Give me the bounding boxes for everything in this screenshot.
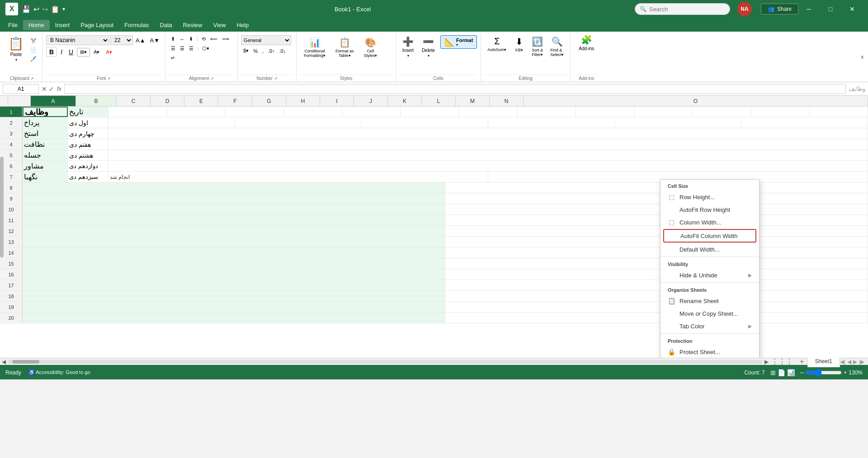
cell-rest-18[interactable] (445, 291, 868, 301)
close-button[interactable]: ✕ (842, 2, 863, 16)
scrollbar-thumb[interactable] (12, 360, 39, 364)
cell-I1[interactable] (459, 107, 517, 117)
cell-A14[interactable] (23, 248, 445, 258)
cell-L1[interactable] (634, 107, 693, 117)
cell-F2[interactable] (488, 117, 615, 128)
cell-rest-13[interactable] (445, 237, 868, 247)
rename-sheet-item[interactable]: 📋 Rename Sheet (660, 294, 759, 307)
increase-decimal-button[interactable]: .0↑ (266, 47, 277, 55)
nav-prev-button[interactable]: ◀ (847, 359, 851, 365)
move-copy-sheet-item[interactable]: Move or Copy Sheet... (660, 307, 759, 320)
format-painter-button[interactable]: 🖌️ (28, 55, 38, 63)
align-middle-button[interactable]: ↔ (178, 36, 186, 43)
menu-file[interactable]: File (3, 20, 23, 30)
undo-icon[interactable]: ↩ (33, 5, 39, 14)
col-header-A[interactable]: A (31, 96, 76, 106)
paste-button[interactable]: 📋 Paste ▾ (5, 35, 27, 63)
cell-rest-5[interactable] (108, 150, 868, 160)
maximize-button[interactable]: □ (820, 2, 841, 16)
cell-rest-16[interactable] (445, 269, 868, 280)
search-input[interactable] (649, 6, 725, 13)
column-width-item[interactable]: ⬚ Column Width... (660, 216, 759, 229)
cell-styles-button[interactable]: 🎨 CellStyles▾ (360, 35, 381, 60)
font-size-select[interactable]: 22 (110, 35, 133, 45)
menu-page-layout[interactable]: Page Layout (75, 20, 119, 30)
format-button[interactable]: 📐 Format ▾ (440, 35, 477, 49)
cell-A10[interactable] (23, 204, 445, 215)
cell-K1[interactable] (576, 107, 634, 117)
save-icon[interactable]: 💾 (22, 5, 31, 14)
col-header-G[interactable]: G (252, 96, 286, 106)
indent-button[interactable]: ⟸ (208, 35, 219, 43)
zoom-level[interactable]: 130% (849, 369, 863, 376)
autosum-button[interactable]: Σ AutoSum▾ (485, 35, 509, 53)
col-header-M[interactable]: M (456, 96, 490, 106)
ribbon-collapse-button[interactable]: ∧ (860, 54, 864, 60)
bold-button[interactable]: B (46, 47, 57, 57)
font-name-select[interactable]: B Nazanin (46, 35, 109, 45)
autofit-row-item[interactable]: AutoFit Row Height (660, 203, 759, 216)
horizontal-scrollbar[interactable]: ◀ ▶ ⋮⋮⋮ + Sheet1 ◀| ◀ ▶ |▶ (0, 358, 868, 365)
cell-A17[interactable] (23, 280, 445, 290)
minimize-button[interactable]: ─ (798, 2, 819, 16)
print-icon[interactable]: 📋 (51, 5, 60, 14)
default-width-item[interactable]: Default Width... (660, 243, 759, 256)
profile-avatar[interactable]: NA (737, 2, 752, 16)
col-header-C[interactable]: C (117, 96, 151, 106)
decrease-font-button[interactable]: A▼ (148, 36, 162, 45)
row-num-16[interactable]: 16 (0, 269, 23, 280)
cell-B7[interactable]: سیزدهم دی (68, 172, 108, 182)
col-header-H[interactable]: H (286, 96, 320, 106)
conditional-formatting-button[interactable]: 📊 ConditionalFormatting▾ (300, 35, 329, 60)
cell-C7[interactable]: انجام شد (108, 172, 488, 182)
align-center-button[interactable]: ☰ (178, 45, 186, 52)
font-color-button[interactable]: A▾ (103, 48, 114, 56)
find-select-button[interactable]: 🔍 Find &Select▾ (547, 35, 566, 58)
page-layout-view-button[interactable]: 📄 (778, 369, 785, 376)
col-header-E[interactable]: E (184, 96, 218, 106)
cell-A2[interactable]: پرداخ (23, 117, 68, 128)
col-header-O[interactable]: O (524, 96, 868, 106)
format-as-table-button[interactable]: 📋 Format asTable▾ (332, 35, 358, 60)
cell-A16[interactable] (23, 269, 445, 280)
currency-button[interactable]: $▾ (241, 47, 250, 55)
cell-rest-10[interactable] (445, 204, 868, 215)
cell-A8[interactable] (23, 182, 445, 193)
more-icon[interactable]: ▾ (62, 6, 65, 12)
page-break-view-button[interactable]: 📊 (787, 369, 795, 376)
row-num-1[interactable]: 1 (0, 107, 23, 117)
menu-home[interactable]: Home (23, 20, 50, 30)
col-header-K[interactable]: K (388, 96, 422, 106)
fill-color-button[interactable]: A▾ (91, 48, 102, 56)
align-left-button[interactable]: ☰ (169, 45, 177, 52)
menu-help[interactable]: Help (231, 20, 254, 30)
cell-B2[interactable]: اول دی (68, 117, 108, 128)
cell-A20[interactable] (23, 313, 445, 323)
sort-filter-button[interactable]: 🔃 Sort &Filter▾ (529, 35, 546, 58)
cell-A19[interactable] (23, 302, 445, 312)
cell-A6[interactable]: مشاور (23, 161, 68, 171)
cell-G2[interactable] (615, 117, 741, 128)
row-num-17[interactable]: 17 (0, 280, 23, 290)
cell-B3[interactable]: چهارم دی (68, 128, 108, 139)
formula-input[interactable] (64, 84, 846, 94)
addins-button[interactable]: 🧩 Add-ins (576, 33, 597, 52)
zoom-out-button[interactable]: ─ (800, 369, 804, 376)
menu-insert[interactable]: Insert (50, 20, 75, 30)
cell-B6[interactable]: دوازدهم دی (68, 161, 108, 171)
autofit-column-width-item[interactable]: AutoFit Column Width (663, 229, 756, 243)
row-height-item[interactable]: ⬚ Row Height... (660, 191, 759, 203)
cell-rest-8[interactable] (445, 182, 868, 193)
cell-rest-12[interactable] (445, 226, 868, 236)
cell-C1[interactable] (108, 107, 167, 117)
cell-rest-11[interactable] (445, 215, 868, 225)
cell-A15[interactable] (23, 258, 445, 269)
cell-A7[interactable]: نگهبا (23, 172, 68, 182)
share-button[interactable]: 👥 Share (761, 4, 798, 14)
col-header-I[interactable]: I (320, 96, 354, 106)
comma-button[interactable]: , (260, 47, 265, 55)
menu-formulas[interactable]: Formulas (119, 20, 154, 30)
cell-A13[interactable] (23, 237, 445, 247)
cell-E1[interactable] (225, 107, 283, 117)
protect-sheet-item[interactable]: 🔒 Protect Sheet... (660, 346, 759, 358)
